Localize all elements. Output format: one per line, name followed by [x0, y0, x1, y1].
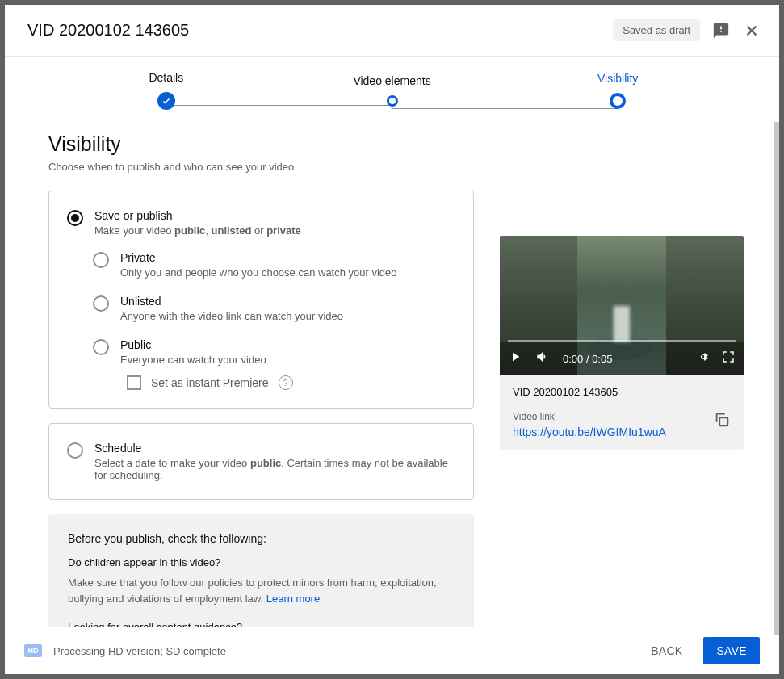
- step-circle-icon: [387, 95, 398, 107]
- footer-status-area: HD Processing HD version; SD complete: [24, 644, 226, 657]
- svg-rect-0: [719, 417, 727, 425]
- video-link-url[interactable]: https://youtu.be/IWGIMIu1wuA: [513, 425, 666, 438]
- video-preview-panel: 0:00 / 0:05: [500, 236, 744, 450]
- video-player[interactable]: 0:00 / 0:05: [500, 236, 744, 375]
- save-or-publish-option[interactable]: Save or publish Make your video public, …: [67, 209, 455, 237]
- video-info: VID 20200102 143605 Video link https://y…: [500, 375, 744, 450]
- video-time: 0:00 / 0:05: [563, 353, 612, 365]
- checklist-body: Make sure that you follow our policies t…: [68, 575, 455, 606]
- radio-save-publish[interactable]: [67, 210, 83, 226]
- checkbox-premiere[interactable]: [127, 375, 141, 390]
- settings-icon[interactable]: [695, 350, 710, 367]
- step-circle-icon: [610, 93, 626, 109]
- option-title: Public: [120, 338, 293, 351]
- video-name: VID 20200102 143605: [513, 386, 731, 398]
- stepper: Details Video elements Visibility: [5, 57, 779, 132]
- option-subtitle: Anyone with the video link can watch you…: [120, 310, 343, 322]
- option-subtitle: Select a date to make your video public.…: [94, 457, 455, 481]
- option-subtitle: Only you and people who you choose can w…: [120, 266, 397, 279]
- section-title: Visibility: [48, 132, 744, 156]
- option-title: Unlisted: [120, 295, 343, 308]
- step-line: [166, 105, 392, 106]
- copy-icon[interactable]: [713, 411, 731, 432]
- controls-left: 0:00 / 0:05: [508, 350, 612, 367]
- unlisted-option[interactable]: Unlisted Anyone with the video link can …: [93, 295, 455, 322]
- option-title: Save or publish: [94, 209, 301, 222]
- step-visibility[interactable]: Visibility: [505, 72, 731, 109]
- footer-actions: BACK SAVE: [639, 637, 760, 664]
- step-video-elements[interactable]: Video elements: [279, 74, 505, 107]
- video-link-row: Video link https://youtu.be/IWGIMIu1wuA: [513, 411, 731, 438]
- help-icon[interactable]: ?: [279, 375, 293, 390]
- option-subtitle: Make your video public, unlisted or priv…: [94, 224, 301, 237]
- fullscreen-icon[interactable]: [721, 350, 736, 367]
- save-button[interactable]: SAVE: [703, 637, 760, 664]
- radio-unlisted[interactable]: [93, 295, 109, 312]
- public-option[interactable]: Public Everyone can watch your video Set…: [93, 338, 455, 390]
- learn-more-link[interactable]: Learn more: [266, 593, 320, 605]
- save-status-badge: Saved as draft: [613, 19, 700, 41]
- back-button[interactable]: BACK: [639, 637, 694, 664]
- radio-public[interactable]: [93, 339, 109, 355]
- video-link-label: Video link: [513, 411, 666, 422]
- feedback-icon[interactable]: [711, 21, 731, 40]
- save-publish-card: Save or publish Make your video public, …: [48, 191, 474, 409]
- left-column: Save or publish Make your video public, …: [48, 191, 474, 627]
- option-subtitle: Everyone can watch your video: [120, 354, 293, 366]
- dialog-header: VID 20200102 143605 Saved as draft: [5, 5, 779, 57]
- option-title: Private: [120, 251, 397, 264]
- volume-icon[interactable]: [535, 350, 550, 367]
- dialog-footer: HD Processing HD version; SD complete BA…: [5, 627, 779, 674]
- step-line: [392, 108, 618, 109]
- two-column-layout: Save or publish Make your video public, …: [48, 191, 744, 627]
- set-premiere-row: Set as instant Premiere ?: [127, 375, 293, 390]
- radio-private[interactable]: [93, 252, 109, 268]
- publish-checklist-card: Before you publish, check the following:…: [48, 514, 474, 627]
- visibility-suboptions: Private Only you and people who you choo…: [93, 251, 455, 390]
- video-controls: 0:00 / 0:05: [500, 342, 744, 375]
- step-details[interactable]: Details: [53, 71, 279, 110]
- right-column: 0:00 / 0:05: [500, 191, 744, 627]
- upload-dialog: VID 20200102 143605 Saved as draft Detai…: [5, 5, 779, 674]
- schedule-card: Schedule Select a date to make your vide…: [48, 423, 474, 500]
- scrollbar[interactable]: [774, 122, 779, 635]
- premiere-label: Set as instant Premiere: [151, 376, 269, 389]
- content-scroll-area[interactable]: Visibility Choose when to publish and wh…: [5, 132, 779, 627]
- private-option[interactable]: Private Only you and people who you choo…: [93, 251, 455, 279]
- checklist-heading: Before you publish, check the following:: [68, 532, 455, 545]
- header-actions: Saved as draft: [613, 19, 761, 41]
- schedule-option[interactable]: Schedule Select a date to make your vide…: [67, 442, 455, 481]
- checklist-question2: Looking for overall content guidance?: [68, 621, 455, 627]
- checklist-question1: Do children appear in this video?: [68, 556, 455, 568]
- play-icon[interactable]: [508, 350, 522, 367]
- controls-right: [695, 350, 736, 367]
- hd-badge-icon: HD: [24, 644, 42, 657]
- section-subtitle: Choose when to publish and who can see y…: [48, 161, 744, 173]
- close-icon[interactable]: [742, 21, 761, 40]
- option-title: Schedule: [94, 442, 455, 455]
- radio-schedule[interactable]: [67, 442, 83, 459]
- processing-status: Processing HD version; SD complete: [53, 645, 226, 657]
- checkmark-icon: [157, 92, 175, 110]
- dialog-title: VID 20200102 143605: [27, 21, 189, 40]
